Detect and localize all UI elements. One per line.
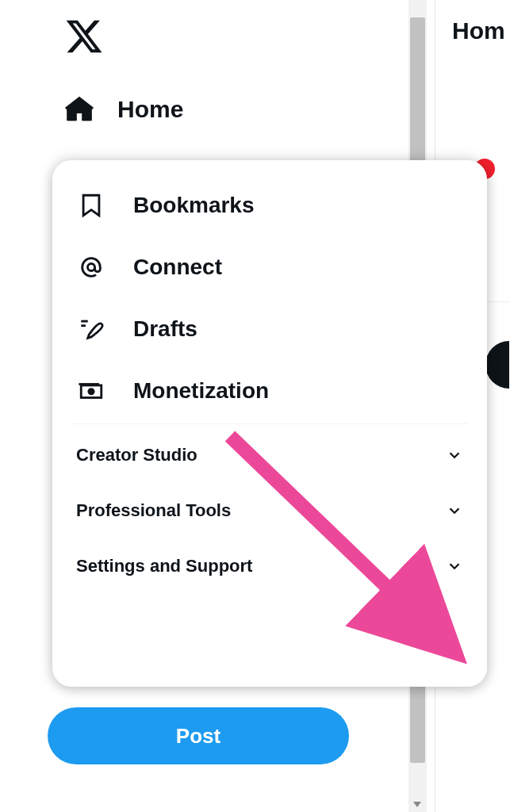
svg-point-2 — [89, 389, 94, 394]
menu-item-label: Bookmarks — [133, 193, 255, 218]
menu-item-drafts[interactable]: Drafts — [60, 298, 479, 360]
home-icon — [63, 94, 95, 125]
post-button-label: Post — [176, 724, 220, 748]
expandable-label: Creator Studio — [76, 445, 197, 465]
svg-rect-3 — [79, 383, 99, 385]
scroll-up-arrow-icon[interactable] — [413, 5, 421, 10]
menu-item-label: Drafts — [133, 316, 197, 342]
post-button[interactable]: Post — [48, 707, 349, 764]
at-icon — [76, 252, 106, 282]
feed-header-title: Hom — [452, 17, 505, 44]
menu-item-label: Monetization — [133, 378, 269, 404]
chevron-down-icon — [446, 502, 463, 519]
drafts-icon — [76, 314, 106, 344]
chevron-down-icon — [446, 446, 463, 464]
menu-item-label: Connect — [133, 255, 222, 280]
bookmark-icon — [76, 190, 106, 220]
expandable-professional-tools[interactable]: Professional Tools — [52, 483, 487, 538]
chevron-down-icon — [446, 557, 463, 575]
expandable-settings-support[interactable]: Settings and Support — [52, 538, 487, 594]
expandable-creator-studio[interactable]: Creator Studio — [52, 427, 487, 483]
menu-item-monetization[interactable]: Monetization — [60, 360, 479, 422]
menu-item-connect[interactable]: Connect — [60, 236, 479, 298]
nav-home-label: Home — [117, 96, 183, 123]
menu-item-bookmarks[interactable]: Bookmarks — [60, 174, 479, 236]
nav-home[interactable]: Home — [63, 86, 428, 133]
x-logo[interactable] — [63, 16, 105, 57]
avatar — [485, 341, 509, 389]
scroll-down-arrow-icon[interactable] — [413, 802, 421, 807]
expandable-label: Professional Tools — [76, 500, 231, 521]
menu-separator — [71, 423, 468, 424]
monetization-icon — [76, 376, 106, 406]
more-menu-popup: Bookmarks Connect Drafts Monetization — [52, 160, 487, 687]
expandable-label: Settings and Support — [76, 556, 252, 576]
